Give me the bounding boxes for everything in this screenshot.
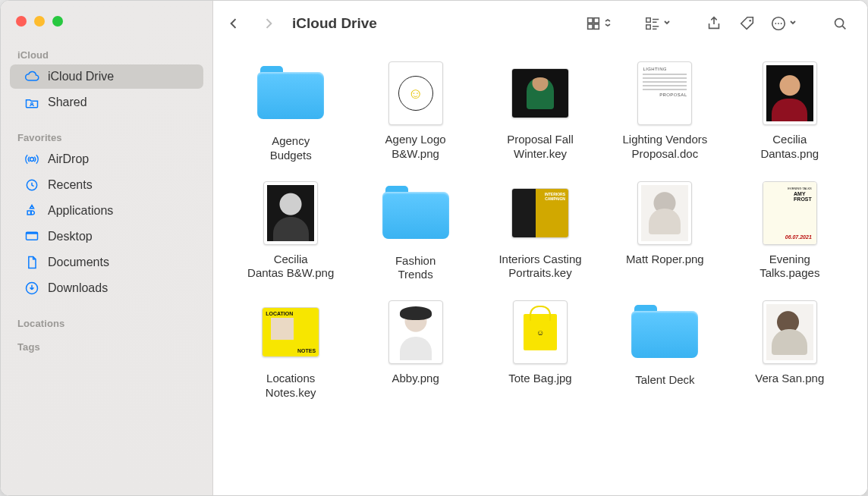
svg-rect-10	[646, 18, 651, 23]
sidebar-label: Recents	[48, 178, 93, 192]
file-item[interactable]: Abby.png	[356, 299, 474, 400]
file-item[interactable]: EVENING TALKSAMYFROST06.07.2021Evening T…	[731, 180, 849, 283]
more-actions-button[interactable]	[766, 8, 802, 39]
sidebar-label: Shared	[48, 96, 87, 109]
desktop-icon	[24, 228, 40, 245]
file-thumbnail: INTERIORSCAMPAIGN	[511, 180, 569, 246]
toolbar: iCloud Drive	[213, 1, 867, 46]
download-icon	[24, 280, 40, 297]
tags-button[interactable]	[732, 8, 763, 39]
svg-point-12	[749, 20, 751, 22]
file-item[interactable]: ☺Tote Bag.jpg	[481, 299, 599, 400]
shared-folder-icon	[24, 94, 40, 111]
finder-window: iCloud iCloud Drive Shared Favorites Air…	[0, 0, 868, 496]
file-label: Ageny Logo B&W.png	[385, 133, 446, 162]
window-controls	[1, 14, 212, 45]
svg-point-14	[775, 23, 776, 24]
clock-icon	[24, 177, 40, 193]
svg-rect-11	[646, 25, 651, 30]
file-thumbnail	[262, 180, 319, 246]
svg-rect-6	[588, 18, 593, 23]
file-thumbnail	[636, 180, 693, 246]
sidebar-item-recents[interactable]: Recents	[10, 173, 203, 197]
document-icon	[24, 254, 40, 271]
file-label: Evening Talks.pages	[760, 253, 819, 281]
svg-rect-9	[594, 24, 599, 29]
file-item[interactable]: LIGHTINGPROPOSALLighting Vendors Proposa…	[605, 60, 724, 163]
file-grid: Agency BudgetsAgeny Logo B&W.pngProposal…	[213, 46, 867, 495]
sidebar-item-shared[interactable]: Shared	[10, 90, 203, 115]
sidebar-section-favorites: Favorites	[1, 127, 212, 146]
file-thumbnail: ☺	[511, 299, 569, 366]
sidebar-item-documents[interactable]: Documents	[10, 250, 203, 275]
file-label: Abby.png	[392, 372, 439, 386]
chevron-down-icon	[662, 17, 671, 30]
svg-point-15	[778, 23, 779, 24]
file-item[interactable]: Ageny Logo B&W.png	[356, 60, 474, 163]
nav-forward-button[interactable]	[253, 8, 285, 39]
main-area: iCloud Drive	[213, 1, 867, 495]
share-button[interactable]	[699, 8, 729, 39]
sidebar-item-airdrop[interactable]: AirDrop	[10, 147, 203, 171]
file-thumbnail	[761, 299, 819, 366]
file-label: Agency Budgets	[270, 134, 312, 163]
file-thumbnail: EVENING TALKSAMYFROST06.07.2021	[761, 180, 819, 246]
svg-rect-4	[27, 232, 38, 234]
file-item[interactable]: INTERIORSCAMPAIGNInteriors Casting Portr…	[481, 180, 599, 283]
folder-icon	[382, 180, 450, 248]
file-label: Talent Deck	[635, 373, 694, 388]
file-thumbnail	[761, 60, 819, 127]
folder-icon	[256, 60, 325, 128]
sidebar-label: Downloads	[48, 281, 108, 295]
file-item[interactable]: Talent Deck	[605, 299, 724, 400]
file-label: Tote Bag.jpg	[508, 372, 571, 386]
sidebar-section-locations: Locations	[1, 313, 212, 332]
file-item[interactable]: Cecilia Dantas.png	[731, 60, 849, 163]
chevron-down-icon	[788, 17, 797, 30]
svg-point-1	[30, 158, 34, 162]
view-icons-button[interactable]	[580, 8, 617, 39]
file-label: Interiors Casting Portraits.key	[498, 253, 581, 281]
sidebar-label: Desktop	[48, 230, 93, 243]
file-label: Cecilia Dantas B&W.png	[247, 253, 334, 281]
nav-back-button[interactable]	[218, 8, 250, 39]
search-button[interactable]	[825, 8, 855, 39]
sidebar-label: AirDrop	[48, 152, 89, 166]
sidebar-item-icloud-drive[interactable]: iCloud Drive	[10, 64, 203, 89]
sidebar-item-downloads[interactable]: Downloads	[10, 276, 203, 300]
group-by-button[interactable]	[640, 8, 676, 39]
window-title: iCloud Drive	[292, 15, 377, 32]
cloud-icon	[24, 68, 40, 85]
airdrop-icon	[24, 151, 40, 168]
file-item[interactable]: LOCATIONNOTESLocations Notes.key	[231, 299, 350, 400]
applications-icon	[24, 202, 40, 219]
sidebar-item-applications[interactable]: Applications	[10, 199, 203, 223]
file-thumbnail: LOCATIONNOTES	[262, 299, 319, 366]
file-item[interactable]: Agency Budgets	[231, 60, 350, 163]
updown-icon	[603, 17, 612, 30]
folder-icon	[631, 299, 699, 367]
file-thumbnail	[511, 60, 569, 127]
sidebar-label: Documents	[48, 256, 109, 269]
file-item[interactable]: Vera San.png	[731, 299, 849, 400]
file-label: Locations Notes.key	[266, 372, 316, 400]
sidebar: iCloud iCloud Drive Shared Favorites Air…	[1, 1, 213, 495]
file-item[interactable]: Cecilia Dantas B&W.png	[231, 180, 350, 283]
file-label: Cecilia Dantas.png	[760, 133, 819, 162]
file-item[interactable]: Matt Roper.png	[605, 180, 724, 283]
file-thumbnail: LIGHTINGPROPOSAL	[636, 60, 693, 127]
sidebar-item-desktop[interactable]: Desktop	[10, 224, 203, 249]
file-label: Matt Roper.png	[626, 253, 704, 267]
file-thumbnail	[387, 60, 445, 127]
file-label: Fashion Trends	[395, 254, 436, 283]
file-label: Proposal Fall Winter.key	[507, 133, 574, 162]
svg-point-16	[781, 23, 782, 24]
file-item[interactable]: Fashion Trends	[356, 180, 474, 283]
minimize-window-button[interactable]	[34, 16, 45, 27]
fullscreen-window-button[interactable]	[52, 16, 63, 27]
file-label: Vera San.png	[755, 372, 824, 386]
close-window-button[interactable]	[16, 16, 27, 27]
sidebar-section-icloud: iCloud	[1, 45, 212, 64]
sidebar-section-tags: Tags	[1, 337, 212, 356]
file-item[interactable]: Proposal Fall Winter.key	[481, 60, 599, 163]
